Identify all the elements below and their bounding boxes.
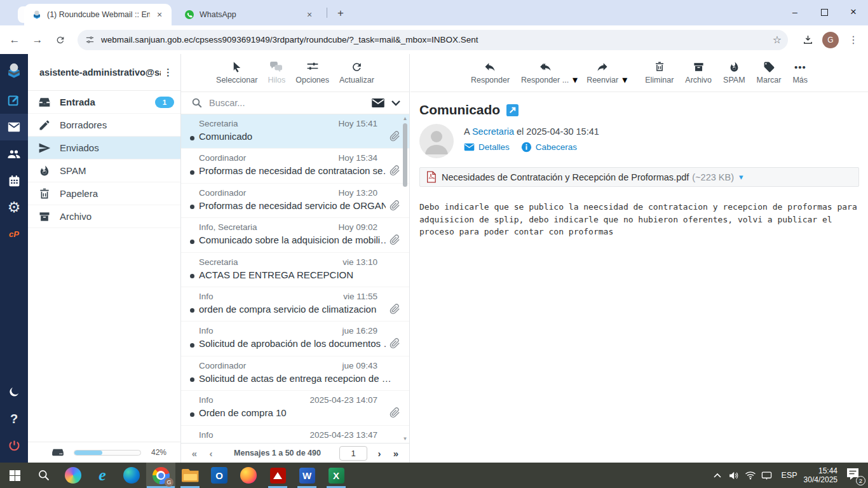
- url-text[interactable]: webmail.sanjuan.gob.ec/cpsess9093691949/…: [101, 35, 768, 44]
- message-row[interactable]: SecretariaHoy 15:41 Comunicado: [181, 114, 409, 149]
- message-row[interactable]: Infojue 16:29 Solicitud de aprobación de…: [181, 322, 409, 356]
- forward-button-mail[interactable]: Reenviar: [584, 60, 621, 85]
- rail-contacts-button[interactable]: [0, 140, 28, 167]
- dark-mode-button[interactable]: [0, 379, 28, 405]
- account-menu-button[interactable]: ⋮: [161, 67, 175, 78]
- tab-close-icon[interactable]: ×: [154, 9, 165, 20]
- file-explorer-button[interactable]: [175, 463, 205, 488]
- mark-button[interactable]: Marcar: [754, 60, 784, 85]
- list-scrollbar[interactable]: ▲ ▼: [402, 116, 409, 442]
- search-options-chevron-icon[interactable]: [391, 100, 400, 106]
- volume-icon[interactable]: [726, 471, 742, 480]
- search-scope-mail-icon[interactable]: [371, 98, 385, 108]
- scrollbar-up-icon[interactable]: ▲: [402, 116, 409, 121]
- compose-button[interactable]: [0, 87, 28, 114]
- browser-menu-button[interactable]: ⋮: [844, 30, 863, 50]
- language-indicator[interactable]: ESP: [782, 471, 797, 480]
- sidebar-item-papelera[interactable]: Papelera: [28, 182, 180, 205]
- edge-button[interactable]: [117, 463, 146, 488]
- wifi-icon[interactable]: [742, 471, 759, 480]
- back-button[interactable]: ←: [5, 30, 24, 50]
- excel-button[interactable]: X: [322, 463, 351, 488]
- attachment-menu-icon[interactable]: ▾: [739, 172, 743, 182]
- reply-dropdown-icon[interactable]: ▾: [573, 74, 578, 86]
- tab-roundcube[interactable]: (1) Roundcube Webmail :: Envia ×: [24, 4, 172, 25]
- profile-avatar[interactable]: G: [821, 30, 840, 50]
- prev-page-button[interactable]: ‹: [203, 448, 219, 459]
- site-settings-icon[interactable]: [85, 35, 95, 44]
- chrome-button[interactable]: G: [146, 463, 175, 488]
- message-row[interactable]: Secretariavie 13:10 ACTAS DE ENTREGA REC…: [181, 253, 409, 287]
- rail-mail-button[interactable]: [0, 114, 28, 140]
- options-button[interactable]: Opciones: [293, 60, 332, 85]
- internet-explorer-button[interactable]: e: [88, 463, 117, 488]
- new-tab-button[interactable]: +: [333, 6, 348, 21]
- message-row[interactable]: CoordinadorHoy 13:20 Proformas de necesi…: [181, 184, 409, 218]
- address-bar[interactable]: webmail.sanjuan.gob.ec/cpsess9093691949/…: [78, 30, 788, 50]
- taskbar-search-button[interactable]: [29, 463, 58, 488]
- rail-settings-button[interactable]: ⚙: [0, 194, 28, 220]
- sidebar-item-entrada[interactable]: Entrada 1: [28, 91, 180, 114]
- forward-button[interactable]: →: [28, 30, 47, 50]
- notification-center-button[interactable]: 2: [845, 467, 864, 484]
- open-in-new-window-icon[interactable]: [506, 104, 519, 116]
- search-input[interactable]: [209, 98, 367, 108]
- rail-calendar-button[interactable]: [0, 167, 28, 194]
- headers-toggle[interactable]: Cabeceras: [521, 142, 577, 152]
- scrollbar-thumb[interactable]: [403, 123, 407, 187]
- threads-button[interactable]: Hilos: [265, 60, 288, 85]
- recipient-link[interactable]: Secretaria: [472, 126, 514, 137]
- start-button[interactable]: [0, 463, 29, 488]
- message-row[interactable]: CoordinadorHoy 15:34 Proformas de necesi…: [181, 149, 409, 183]
- bookmark-star-icon[interactable]: ☆: [773, 34, 782, 46]
- message-row[interactable]: Infovie 11:55 orden de compra servicio d…: [181, 287, 409, 322]
- delete-button[interactable]: Eliminar: [642, 60, 676, 85]
- logout-button[interactable]: [0, 432, 28, 459]
- sidebar-item-spam[interactable]: SPAM: [28, 159, 180, 182]
- details-toggle[interactable]: Detalles: [464, 142, 510, 152]
- tab-close-icon[interactable]: ×: [304, 9, 315, 20]
- firefox-button[interactable]: [234, 463, 263, 488]
- message-row[interactable]: Info2025-04-23 13:47: [181, 426, 409, 443]
- first-page-button[interactable]: «: [186, 448, 203, 459]
- message-row[interactable]: Coordinadorjue 09:43 Solicitud de actas …: [181, 356, 409, 391]
- message-row[interactable]: Info, SecretariaHoy 09:02 Comunicado sob…: [181, 218, 409, 252]
- page-number-input[interactable]: [339, 446, 367, 461]
- reply-all-button[interactable]: Responder ...: [519, 60, 571, 85]
- message-row[interactable]: Info2025-04-23 14:07 Orden de compra 10: [181, 391, 409, 425]
- sidebar-item-enviados[interactable]: Enviados: [28, 137, 180, 159]
- reply-button[interactable]: Responder: [468, 60, 512, 85]
- clock[interactable]: 15:44 30/4/2025: [804, 466, 837, 484]
- taskbar: e G O W X ESP 15:44: [0, 463, 868, 488]
- cast-icon[interactable]: [759, 471, 775, 480]
- attachment-filename[interactable]: Necesidades de Contratación y Recepción …: [442, 172, 689, 182]
- sidebar-item-archivo[interactable]: Archivo: [28, 205, 180, 228]
- refresh-button[interactable]: Actualizar: [337, 60, 377, 85]
- more-button[interactable]: ••• Más: [790, 60, 810, 85]
- attachment-bar[interactable]: Necesidades de Contratación y Recepción …: [419, 167, 859, 187]
- tray-chevron-up-icon[interactable]: [709, 473, 726, 478]
- cpanel-logo[interactable]: cP: [0, 220, 28, 247]
- subject-row: Comunicado: [419, 102, 868, 118]
- tab-whatsapp[interactable]: WhatsApp ×: [177, 4, 322, 25]
- sidebar-item-borradores[interactable]: Borradores: [28, 114, 180, 137]
- minimize-button[interactable]: –: [780, 0, 810, 24]
- close-button[interactable]: ×: [839, 0, 868, 24]
- restore-button[interactable]: [810, 0, 839, 24]
- select-button[interactable]: Seleccionar: [214, 60, 260, 85]
- help-button[interactable]: ?: [0, 405, 28, 432]
- copilot-button[interactable]: [58, 463, 88, 488]
- acrobat-button[interactable]: [263, 463, 292, 488]
- word-button[interactable]: W: [292, 463, 322, 488]
- spam-button[interactable]: SPAM: [721, 60, 748, 85]
- outlook-button[interactable]: O: [205, 463, 234, 488]
- downloads-button[interactable]: [798, 30, 817, 50]
- msg-sender: Secretaria: [199, 257, 238, 267]
- next-page-button[interactable]: ›: [371, 448, 388, 459]
- scrollbar-down-icon[interactable]: ▼: [402, 436, 409, 442]
- last-page-button[interactable]: »: [388, 448, 404, 459]
- forward-dropdown-icon[interactable]: ▾: [622, 74, 627, 86]
- folder-label: Papelera: [60, 188, 174, 199]
- archive-button[interactable]: Archivo: [682, 60, 714, 85]
- reload-button[interactable]: [51, 30, 70, 50]
